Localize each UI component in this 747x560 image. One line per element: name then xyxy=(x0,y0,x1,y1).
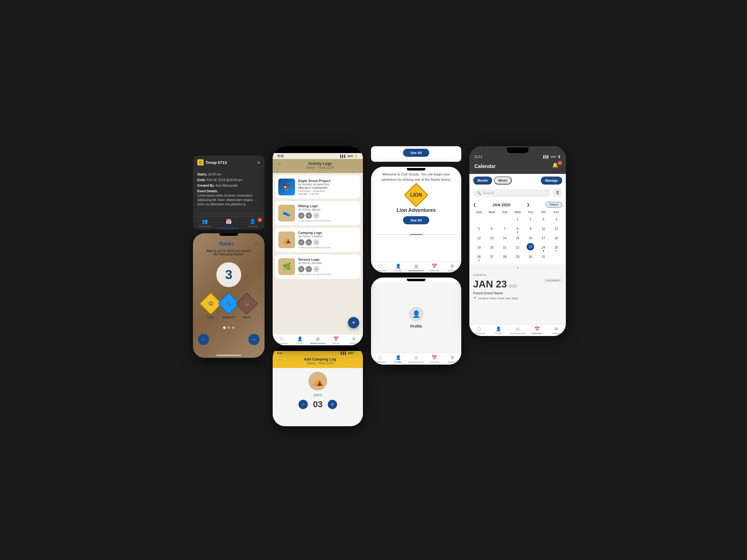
profile-nav-calendar[interactable]: 📅 Calendar xyxy=(425,355,443,364)
see-all-btn[interactable]: See All xyxy=(403,216,429,224)
cal-day-23[interactable]: 23 xyxy=(526,243,534,250)
today-btn[interactable]: TODAY xyxy=(546,202,562,208)
nav-scouts[interactable]: 👥 My Scouts xyxy=(193,218,217,229)
collapse-btn[interactable]: ∧ xyxy=(469,264,566,271)
p-calendar-icon: 📅 xyxy=(432,355,437,360)
cal-day-24[interactable]: 24 xyxy=(537,243,550,252)
lion-logo-text: LION xyxy=(410,192,422,198)
eagle-badge-img: 🦅 xyxy=(278,179,295,195)
next-month-btn[interactable]: ❯ xyxy=(526,203,530,207)
cal-day-22[interactable]: 22 xyxy=(511,243,524,252)
activity-nav-dashboard[interactable]: ⬡ Dashboard xyxy=(273,336,291,345)
activity-back-btn[interactable]: ← xyxy=(278,161,282,166)
day-fri: FRI xyxy=(537,211,550,214)
see-all-top-btn[interactable]: See All xyxy=(403,149,429,157)
lion-nav-dashboard[interactable]: ⬡ Dashboard xyxy=(371,264,389,272)
hiking-card[interactable]: 👟 Hiking Logs 20 TOTAL MILES 15 25 35 5 … xyxy=(275,201,360,225)
cal-day[interactable] xyxy=(472,215,485,224)
cal-day-10[interactable]: 10 xyxy=(537,224,550,233)
camping-subtitle: Danny · Pack 1234 xyxy=(278,362,358,365)
cal-day-25[interactable]: 25 xyxy=(550,243,563,252)
filter-btn[interactable]: ☰ xyxy=(553,188,562,197)
cal-day-7[interactable]: 7 xyxy=(498,224,511,233)
cal-day-4[interactable]: 4 xyxy=(550,215,563,224)
search-box[interactable]: 🔍 Search xyxy=(473,189,551,197)
cal-nav-advancement[interactable]: ◎ Advancement xyxy=(508,326,527,335)
cal-nav-profile[interactable]: 👤 Profile xyxy=(489,326,508,335)
cal-day-27[interactable]: 27 xyxy=(485,252,498,261)
close-icon[interactable]: ✕ xyxy=(254,241,258,247)
fab-add[interactable]: + xyxy=(348,317,359,328)
activity-nav-profile[interactable]: 👤 Profile xyxy=(291,336,309,345)
camping-time: 9:41 xyxy=(277,351,283,355)
month-btn[interactable]: Month xyxy=(473,177,492,185)
bell-btn[interactable]: 🔔 5 xyxy=(552,162,561,171)
troop-title-text: Troop 0713 xyxy=(205,160,227,165)
cal-day-31[interactable]: 31 xyxy=(537,252,550,261)
cal-day-2[interactable]: 2 xyxy=(524,215,537,224)
cal-day-28[interactable]: 28 xyxy=(498,252,511,261)
week-btn[interactable]: Week xyxy=(494,177,512,185)
cal-day-19[interactable]: 19 xyxy=(472,243,485,252)
cal-day-11[interactable]: 11 xyxy=(550,224,563,233)
prev-arrow[interactable]: ← xyxy=(198,334,209,345)
activity-nav-advancement[interactable]: ◎ Advancement xyxy=(309,336,327,345)
activity-nav-settings[interactable]: ⚙ Settings xyxy=(345,336,363,345)
days-plus-btn[interactable]: + xyxy=(328,400,337,409)
day-sun: SUN xyxy=(472,211,485,214)
cal-day-13[interactable]: 13 xyxy=(485,234,498,242)
cal-day[interactable] xyxy=(498,215,511,224)
cal-day-12[interactable]: 12 xyxy=(472,234,485,242)
cal-nav-calendar[interactable]: 📅 Calendar xyxy=(527,326,546,335)
chevron-up-icon[interactable]: ∧ xyxy=(257,160,260,165)
activity-nav-events[interactable]: 📅 Events xyxy=(327,336,345,345)
cal-day-20[interactable]: 20 xyxy=(485,243,498,252)
camping-card[interactable]: ⛺ Camping Logs 20 TOTAL CAMPS 15 25 35 5… xyxy=(275,228,360,252)
cal-day-30[interactable]: 30 xyxy=(524,252,537,261)
cal-day-15[interactable]: 15 xyxy=(511,234,524,242)
profile-nav-advancement[interactable]: ◎ Advancement xyxy=(407,355,425,364)
lion-nav-advancement[interactable]: ◎ Advancement xyxy=(407,264,425,272)
service-card[interactable]: 🌿 Service Logs 20 TOTAL HOURS 15 25 35 5… xyxy=(275,255,360,279)
next-arrow[interactable]: → xyxy=(248,334,260,345)
cal-day-29[interactable]: 29 xyxy=(511,252,524,261)
cal-day-8[interactable]: 8 xyxy=(511,224,524,233)
cal-day-18[interactable]: 18 xyxy=(550,234,563,242)
cal-day[interactable] xyxy=(485,215,498,224)
eagle-scout-card[interactable]: 🦅 Eagle Scout Project 82 HOURS 25 MINUTE… xyxy=(275,176,360,198)
eagle-time: 8:00 AM - 4:00 PM xyxy=(298,193,357,195)
cal-nav-settings[interactable]: ⚙ Settings xyxy=(546,326,566,335)
profile-nav-profile[interactable]: 👤 Profile xyxy=(389,355,407,364)
cal-day-17[interactable]: 17 xyxy=(537,234,550,242)
profile-nav-settings[interactable]: ⚙ Settings xyxy=(443,355,461,364)
svc-level-25: 25 xyxy=(306,266,312,272)
manage-btn[interactable]: Manage xyxy=(541,177,562,185)
prev-month-btn[interactable]: ❮ xyxy=(473,203,476,207)
bobcat-label: BOBCAT xyxy=(223,316,235,319)
profile-nav-dashboard[interactable]: ⬡ Dashboard xyxy=(371,355,389,364)
cal-day-3[interactable]: 3 xyxy=(537,215,550,224)
cal-day[interactable] xyxy=(550,252,563,261)
cal-day-9[interactable]: 9 xyxy=(524,224,537,233)
account-badge: 5 xyxy=(258,218,262,222)
cal-day-16[interactable]: 16 xyxy=(524,234,537,242)
created-by-row: Created By: Ariel Manzanilla xyxy=(197,184,260,188)
cal-day-5[interactable]: 5 xyxy=(472,224,485,233)
troop-icon: 🦁 xyxy=(197,159,204,165)
lion-nav-calendar[interactable]: 📅 Calendar xyxy=(425,264,443,272)
calendar-bottom-nav: ⬡ Dashboard 👤 Profile ◎ Advancement 📅 Ca… xyxy=(469,324,566,336)
lion-nav-settings[interactable]: ⚙ Settings xyxy=(443,264,461,272)
camping-back-btn[interactable]: ← xyxy=(278,357,282,362)
cal-day-14[interactable]: 14 xyxy=(498,234,511,242)
cal-day-6[interactable]: 6 xyxy=(485,224,498,233)
cal-nav-dashboard[interactable]: ⬡ Dashboard xyxy=(469,326,489,335)
cal-day-21[interactable]: 21 xyxy=(498,243,511,252)
days-minus-btn[interactable]: − xyxy=(299,400,308,409)
nav-account[interactable]: 👤 Account 5 xyxy=(240,218,264,229)
dot-2 xyxy=(228,326,230,329)
hiking-stat: 20 TOTAL MILES xyxy=(298,208,357,211)
lion-nav-profile[interactable]: 👤 Profile xyxy=(389,264,407,272)
nav-calendar[interactable]: 📅 Calendar xyxy=(217,218,241,229)
cal-day-1[interactable]: 1 xyxy=(511,215,524,224)
cal-day-26[interactable]: 26 xyxy=(472,252,485,261)
